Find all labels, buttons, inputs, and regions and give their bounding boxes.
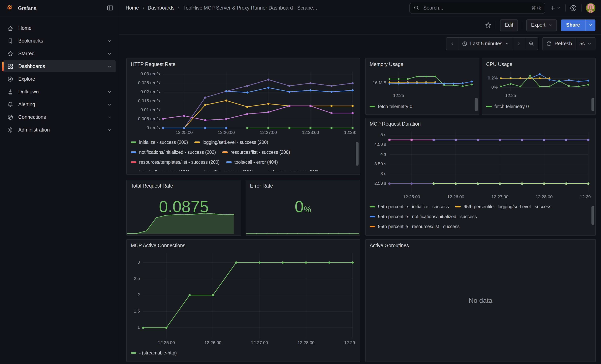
legend-item[interactable]: resources/templates/list - success (200)	[131, 159, 220, 164]
legend-swatch	[131, 352, 136, 354]
legend-item[interactable]: 95th percentile - logging/setLevel - suc…	[455, 204, 551, 209]
chevron-left-icon	[450, 41, 454, 46]
svg-text:2: 2	[138, 292, 140, 297]
legend-swatch	[131, 161, 136, 163]
http-legend: initialize - success (200)logging/setLev…	[131, 137, 356, 171]
chevron-down-icon	[107, 39, 112, 43]
panel-mcp-request-duration: MCP Request Duration 5 s4.50 s4 s3.50 s3…	[365, 118, 596, 236]
time-shift-back-button[interactable]	[446, 38, 458, 50]
help-icon[interactable]	[570, 5, 577, 11]
chevron-down-icon	[588, 42, 591, 46]
panel-title[interactable]: MCP Request Duration	[370, 120, 591, 128]
refresh-interval-picker[interactable]: 5s	[576, 38, 595, 50]
time-shift-forward-button[interactable]	[513, 38, 525, 50]
main-content: Edit Export Share	[119, 16, 601, 364]
legend-scrollbar[interactable]	[475, 98, 478, 111]
compass-icon	[7, 76, 13, 82]
legend-item[interactable]: tools/list - success (200)	[196, 169, 253, 171]
panel-http-request-rate: HTTP Request Rate 0 req/s0.005 req/s0.01…	[126, 58, 360, 175]
sidebar-item-dashboards[interactable]: Dashboards	[3, 60, 116, 72]
cpu-usage-chart[interactable]: 0.2%0%12:25	[486, 69, 591, 99]
legend-item[interactable]: initialize - success (200)	[131, 140, 188, 144]
search-shortcut: ⌘+k	[531, 5, 541, 11]
add-new-button[interactable]	[550, 5, 561, 11]
legend-swatch	[370, 206, 375, 207]
user-avatar[interactable]	[586, 3, 595, 13]
legend-item[interactable]: resources/list - success (200)	[222, 150, 290, 154]
legend-scrollbar[interactable]	[591, 98, 594, 111]
panel-title[interactable]: Error Rate	[250, 182, 356, 190]
panel-cpu-usage: CPU Usage 0.2%0%12:25 fetch-telemetry-0	[482, 58, 596, 115]
legend-item[interactable]: tools/call - success (200)	[131, 169, 190, 171]
zoom-out-button[interactable]	[525, 38, 538, 50]
legend-swatch	[222, 151, 228, 153]
panel-title[interactable]: HTTP Request Rate	[131, 61, 356, 68]
cpu-legend: fetch-telemetry-0	[486, 101, 591, 111]
legend-item[interactable]: unknown - success (200)	[260, 169, 319, 171]
drilldown-icon	[7, 89, 13, 95]
breadcrumb-dashboards[interactable]: Dashboards	[148, 5, 174, 11]
sidebar-item-administration[interactable]: Administration	[3, 124, 116, 136]
edit-button[interactable]: Edit	[500, 19, 518, 31]
time-range-picker[interactable]: Last 5 minutes	[458, 38, 513, 50]
svg-text:2.5: 2.5	[134, 276, 140, 281]
dashboards-grid-icon	[7, 63, 13, 69]
svg-text:1: 1	[138, 325, 140, 330]
legend-item[interactable]: tools/call - error (404)	[226, 159, 278, 164]
share-menu-button[interactable]	[585, 19, 595, 31]
chevron-down-icon	[589, 23, 592, 27]
sidebar-item-connections[interactable]: Connections	[3, 111, 116, 123]
svg-text:0.02 req/s: 0.02 req/s	[140, 89, 160, 94]
chevron-down-icon	[107, 102, 112, 107]
sidebar-item-drilldown[interactable]: Drilldown	[3, 86, 116, 98]
svg-text:12:25: 12:25	[393, 93, 404, 98]
no-data-message: No data	[366, 297, 595, 305]
divider	[581, 4, 581, 11]
legend-item[interactable]: 95th percentile - notifications/initiali…	[370, 214, 477, 219]
sidebar-toggle-icon[interactable]	[107, 5, 113, 11]
breadcrumb-home[interactable]: Home	[126, 5, 139, 11]
sidebar-item-alerting[interactable]: Alerting	[3, 98, 116, 110]
sidebar-item-starred[interactable]: Starred	[3, 48, 116, 59]
svg-text:4 s: 4 s	[381, 152, 386, 157]
legend-scrollbar[interactable]	[356, 142, 359, 166]
panel-title[interactable]: Memory Usage	[370, 61, 475, 68]
divider	[495, 21, 496, 29]
panel-title[interactable]: CPU Usage	[486, 61, 591, 68]
legend-item[interactable]: logging/setLevel - success (200)	[194, 140, 268, 144]
legend-scrollbar[interactable]	[591, 206, 594, 225]
mcp-request-duration-chart[interactable]: 5 s4.50 s4 s3.50 s3 s2.50 s12:25:0012:26…	[370, 129, 591, 200]
stat-value: 0.0875	[127, 198, 241, 216]
svg-text:0.015 req/s: 0.015 req/s	[138, 98, 160, 103]
legend-item[interactable]: fetch-telemetry-0	[486, 104, 529, 109]
panel-title[interactable]: MCP Active Connections	[131, 242, 356, 250]
legend-item[interactable]: notifications/initialized - success (202…	[131, 150, 216, 154]
legend-swatch	[486, 106, 492, 107]
legend-item[interactable]: fetch-telemetry-0	[370, 104, 412, 109]
divider	[522, 21, 522, 29]
favorite-star-icon[interactable]	[485, 22, 491, 29]
svg-text:12:29:00: 12:29:00	[344, 340, 356, 345]
panel-title[interactable]: Active Goroutines	[370, 242, 591, 250]
mcp-active-connections-chart[interactable]: 32.521.5112:25:0012:26:0012:27:0012:28:0…	[131, 250, 356, 346]
legend-item[interactable]: 95th percentile - initialize - success	[370, 204, 449, 209]
search-input[interactable]	[422, 5, 528, 11]
connections-icon	[7, 114, 13, 120]
share-button[interactable]: Share	[561, 19, 585, 31]
svg-text:12:25:00: 12:25:00	[158, 340, 175, 345]
sidebar-item-home[interactable]: Home	[3, 22, 116, 34]
svg-text:12:26:00: 12:26:00	[204, 340, 221, 345]
sidebar-item-bookmarks[interactable]: Bookmarks	[3, 35, 116, 47]
sidebar-item-explore[interactable]: Explore	[3, 73, 116, 85]
grafana-logo-icon[interactable]	[6, 4, 14, 12]
svg-text:0 req/s: 0 req/s	[147, 125, 160, 130]
legend-item[interactable]: 95th percentile - resources/list - succe…	[370, 224, 460, 229]
legend-swatch	[370, 226, 375, 227]
memory-usage-chart[interactable]: 16 MiB12:25	[370, 69, 475, 99]
search-box[interactable]: ⌘+k	[410, 3, 545, 13]
http-request-rate-chart[interactable]: 0 req/s0.005 req/s0.01 req/s0.015 req/s0…	[131, 69, 356, 136]
legend-item[interactable]: - (streamable-http)	[131, 350, 177, 355]
export-button[interactable]: Export	[526, 19, 557, 31]
refresh-button[interactable]: Refresh	[542, 38, 576, 50]
panel-title[interactable]: Total Request Rate	[131, 182, 237, 190]
